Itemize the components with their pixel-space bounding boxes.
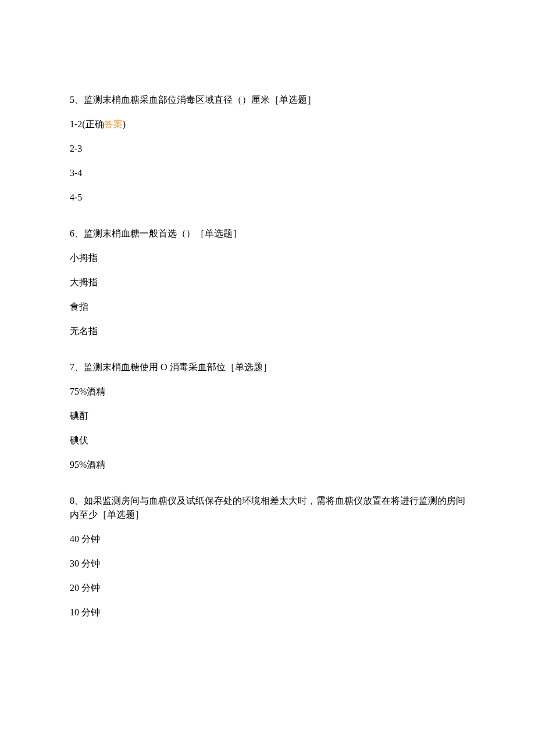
option-latin: 30 <box>70 558 81 568</box>
option: 1-2(正确答案) <box>70 117 465 131</box>
question-text: 8、如果监测房间与血糖仪及试纸保存处的环境相差太大时，需将血糖仪放置在将进行监测… <box>70 494 465 522</box>
page-container: 5、监测末梢血糖采血部位消毒区域直径（）厘米［单选题］ 1-2(正确答案) 2-… <box>0 0 535 756</box>
option: 40 分钟 <box>70 532 465 546</box>
question-text: 6、监测末梢血糖一般首选（）［单选题］ <box>70 227 465 241</box>
option-cn: 酒精 <box>87 386 105 396</box>
option: 碘酊 <box>70 409 465 423</box>
question-text: 5、监测末梢血糖采血部位消毒区域直径（）厘米［单选题］ <box>70 93 465 107</box>
option-suffix: ) <box>123 119 126 129</box>
option-cn: 分钟 <box>81 534 100 544</box>
option: 30 分钟 <box>70 557 465 571</box>
question-number: 5、 <box>70 95 84 105</box>
option: 95%酒精 <box>70 458 465 472</box>
option: 3-4 <box>70 166 465 180</box>
option-latin: 10 <box>70 607 81 617</box>
question-stem: 如果监测房间与血糖仪及试纸保存处的环境相差太大时，需将血糖仪放置在将进行监测的房… <box>70 496 465 519</box>
question-number: 6、 <box>70 228 84 238</box>
option-cn: 碘酊 <box>70 411 88 421</box>
question-stem-post: 消毒采血部位［单选题］ <box>170 362 272 372</box>
question-number: 7、 <box>70 362 84 372</box>
option-cn: 小拇指 <box>70 253 98 263</box>
option-cn: 食指 <box>70 302 88 311</box>
option: 75%酒精 <box>70 385 465 399</box>
question-stem-pre: 监测末梢血糖使用 <box>84 362 158 372</box>
question-stem: 监测末梢血糖一般首选（）［单选题］ <box>84 228 242 238</box>
option-latin: 3-4 <box>70 168 82 178</box>
option: 小拇指 <box>70 251 465 265</box>
option: 大拇指 <box>70 275 465 289</box>
option-cn: 酒精 <box>87 460 105 470</box>
option-latin: 40 <box>70 534 81 544</box>
question-block: 5、监测末梢血糖采血部位消毒区域直径（）厘米［单选题］ 1-2(正确答案) 2-… <box>70 93 465 205</box>
option: 2-3 <box>70 142 465 156</box>
option: 无名指 <box>70 324 465 338</box>
answer-label: 答案 <box>104 119 123 129</box>
option-cn: 碘伏 <box>70 435 88 445</box>
option-latin: 75% <box>70 386 87 396</box>
option-latin: 2-3 <box>70 144 82 153</box>
question-block: 6、监测末梢血糖一般首选（）［单选题］ 小拇指 大拇指 食指 无名指 <box>70 227 465 338</box>
question-number: 8、 <box>70 496 84 506</box>
option-latin: 4-5 <box>70 192 82 202</box>
option: 4-5 <box>70 191 465 205</box>
option: 10 分钟 <box>70 605 465 619</box>
option-latin: 95% <box>70 460 87 470</box>
option-cn: 分钟 <box>81 583 100 593</box>
option-cn: 无名指 <box>70 326 98 336</box>
option-latin: 20 <box>70 583 81 593</box>
option-cn: 大拇指 <box>70 277 98 287</box>
option-cn: 正确 <box>85 119 104 129</box>
option: 20 分钟 <box>70 581 465 595</box>
question-stem: 监测末梢血糖采血部位消毒区域直径（）厘米［单选题］ <box>84 95 316 105</box>
option: 碘伏 <box>70 433 465 447</box>
option-cn: 分钟 <box>81 558 100 568</box>
question-text: 7、监测末梢血糖使用 O 消毒采血部位［单选题］ <box>70 360 465 374</box>
question-block: 7、监测末梢血糖使用 O 消毒采血部位［单选题］ 75%酒精 碘酊 碘伏 95%… <box>70 360 465 472</box>
option-latin: 1-2( <box>70 119 85 129</box>
option-cn: 分钟 <box>81 607 100 617</box>
question-block: 8、如果监测房间与血糖仪及试纸保存处的环境相差太大时，需将血糖仪放置在将进行监测… <box>70 494 465 619</box>
question-stem-mid: O <box>158 362 170 372</box>
option: 食指 <box>70 300 465 314</box>
